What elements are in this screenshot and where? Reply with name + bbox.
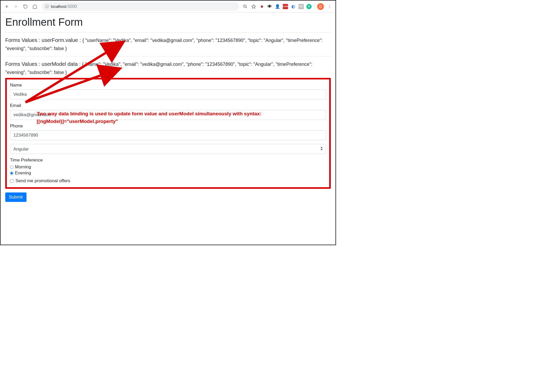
subscribe-label: Send me promotional offers (15, 178, 70, 184)
submit-button[interactable]: Submit (5, 192, 26, 202)
address-bar[interactable]: ⓘ localhost:5000 (42, 2, 239, 11)
divider (5, 56, 331, 56)
extension-icon-3[interactable]: 👤 (275, 4, 280, 9)
extension-icon-1[interactable]: 🐞 (259, 4, 264, 9)
annotation-text: Two way data binding is used to update f… (37, 110, 289, 125)
url-text: localhost:5000 (51, 4, 77, 9)
subscribe-checkbox[interactable] (10, 179, 13, 183)
topic-select[interactable]: Angular (10, 144, 326, 154)
svg-marker-5 (252, 4, 256, 8)
evening-label: Evening (15, 170, 31, 176)
grammarly-icon[interactable]: G (306, 4, 312, 9)
time-preference-label: Time Preference (10, 158, 326, 163)
name-input[interactable] (10, 89, 326, 99)
forward-button[interactable] (12, 3, 20, 10)
name-label: Name (10, 83, 326, 88)
extension-icon-2[interactable]: 👁 (267, 4, 272, 9)
menu-dots-icon[interactable]: ⋮ (327, 4, 332, 9)
home-button[interactable] (31, 3, 39, 10)
divider (5, 32, 331, 33)
usermodel-data-output: Forms Values : userModel data : { "name"… (5, 60, 331, 76)
user-avatar[interactable]: D (317, 3, 324, 10)
home-icon (33, 4, 37, 9)
page-content: Enrollment Form Forms Values : userForm.… (1, 13, 335, 206)
morning-label: Morning (15, 164, 31, 170)
toolbar-divider (314, 4, 315, 9)
reload-icon (23, 4, 28, 9)
userform-value-output: Forms Values : userForm.value : { "userN… (5, 36, 331, 52)
toolbar-right: 🐞 👁 👤 CORS ◐ ES G D ⋮ (242, 3, 333, 10)
arrow-right-icon (14, 4, 18, 9)
info-icon: ⓘ (45, 4, 49, 9)
page-title: Enrollment Form (5, 16, 331, 28)
browser-toolbar: ⓘ localhost:5000 🐞 👁 👤 CORS ◐ ES G D ⋮ (1, 1, 335, 13)
enrollment-form: Name Email Phone Angular (5, 78, 331, 189)
email-label: Email (10, 103, 326, 108)
back-button[interactable] (3, 3, 10, 10)
extension-icon-4[interactable]: ◐ (291, 4, 296, 9)
evening-radio[interactable] (10, 171, 13, 175)
bookmark-star-icon[interactable] (251, 4, 257, 9)
svg-line-3 (246, 7, 247, 8)
cors-extension-icon[interactable]: CORS (283, 4, 288, 9)
es-extension-icon[interactable]: ES (299, 4, 304, 9)
morning-radio[interactable] (10, 165, 13, 169)
arrow-left-icon (4, 4, 9, 9)
zoom-icon[interactable] (242, 4, 248, 9)
phone-input[interactable] (10, 130, 326, 140)
reload-button[interactable] (22, 3, 29, 10)
